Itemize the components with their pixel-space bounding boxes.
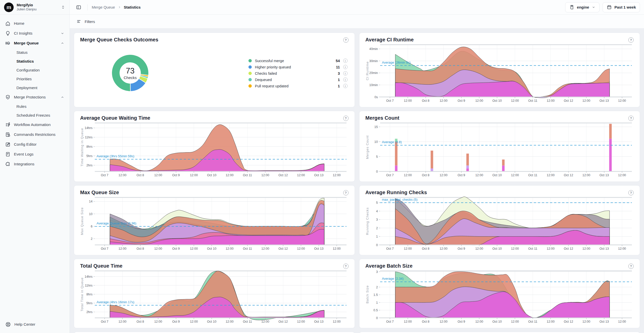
sidebar-toggle-button[interactable] bbox=[74, 3, 83, 12]
legend-item-dequeued[interactable]: Dequeued 1 i bbox=[248, 78, 348, 82]
sidebar-item-deployment[interactable]: Deployment bbox=[3, 84, 67, 92]
help-icon[interactable]: ? bbox=[628, 37, 634, 43]
svg-text:12:00: 12:00 bbox=[618, 99, 626, 103]
svg-text:Oct 9: Oct 9 bbox=[457, 247, 465, 250]
info-icon[interactable]: i bbox=[343, 78, 348, 82]
svg-text:12:00: 12:00 bbox=[404, 247, 411, 250]
org-switcher[interactable]: m Mergifyio Julien Danjou bbox=[0, 0, 70, 15]
help-icon[interactable]: ? bbox=[628, 190, 634, 195]
svg-text:12:00: 12:00 bbox=[119, 320, 126, 323]
sidebar-item-config-editor[interactable]: Config Editor bbox=[3, 140, 67, 149]
sidebar: m Mergifyio Julien Danjou HomeCI Insight… bbox=[0, 0, 70, 333]
checks-outcomes-donut[interactable]: 73Checks bbox=[109, 52, 151, 95]
legend-label: Dequeued bbox=[255, 78, 272, 82]
svg-text:Running Checks: Running Checks bbox=[365, 207, 369, 235]
max-queue-size-chart[interactable]: Average Queue Size (5.96)Oct 712:00Oct 8… bbox=[80, 195, 349, 252]
sidebar-item-integrations[interactable]: Integrations bbox=[3, 159, 67, 169]
svg-text:12:00: 12:00 bbox=[404, 320, 411, 323]
svg-text:12:00: 12:00 bbox=[618, 173, 626, 177]
svg-text:2hrs: 2hrs bbox=[86, 164, 93, 167]
svg-text:Oct 8: Oct 8 bbox=[422, 247, 429, 250]
svg-text:12:00: 12:00 bbox=[297, 247, 305, 250]
svg-text:3: 3 bbox=[376, 270, 378, 274]
svg-text:Batch Size: Batch Size bbox=[365, 285, 369, 303]
svg-text:11hrs: 11hrs bbox=[85, 136, 93, 139]
sidebar-item-workflow-automation[interactable]: Workflow Automation bbox=[3, 120, 67, 130]
sidebar-item-label: Workflow Automation bbox=[14, 122, 51, 127]
svg-text:12:00: 12:00 bbox=[261, 320, 269, 323]
help-center-button[interactable]: Help Center bbox=[0, 317, 70, 333]
svg-text:14hrs: 14hrs bbox=[85, 126, 93, 130]
card-title: Average Queue Waiting Time bbox=[80, 115, 150, 121]
svg-text:40min: 40min bbox=[369, 47, 378, 51]
svg-text:Oct 7: Oct 7 bbox=[386, 173, 394, 177]
filters-button[interactable]: Filters bbox=[85, 19, 95, 24]
svg-text:Oct 8: Oct 8 bbox=[422, 173, 429, 177]
legend-item-successful-merge[interactable]: Successful merge 54 i bbox=[248, 59, 348, 63]
info-icon[interactable]: i bbox=[343, 65, 348, 69]
average-ci-runtime-chart[interactable]: Average (26min 9s)Oct 712:00Oct 812:00Oc… bbox=[365, 43, 634, 104]
chevron-up-icon bbox=[60, 41, 64, 45]
breadcrumb-parent[interactable]: Merge Queue bbox=[92, 5, 115, 9]
svg-text:0: 0 bbox=[376, 243, 378, 247]
average-batch-size-chart[interactable]: Average (2.34)Oct 712:00Oct 812:00Oct 91… bbox=[365, 269, 634, 325]
sidebar-item-event-logs[interactable]: Event Logs bbox=[3, 149, 67, 159]
svg-text:20min: 20min bbox=[369, 71, 378, 75]
sidebar-item-merge-protections[interactable]: Merge Protections bbox=[3, 92, 67, 102]
sidebar-item-statistics[interactable]: Statistics bbox=[3, 57, 67, 66]
sidebar-item-priorities[interactable]: Priorities bbox=[3, 75, 67, 83]
svg-text:CI Runtime: CI Runtime bbox=[365, 61, 369, 80]
average-running-checks-chart[interactable]: max_parallel_checks (5)Oct 712:00Oct 812… bbox=[365, 195, 634, 252]
queue-icon: m bbox=[5, 40, 11, 46]
chevron-up-icon bbox=[60, 95, 64, 99]
svg-text:Total Time in Queue: Total Time in Queue bbox=[80, 277, 84, 312]
donut-legend: Successful merge 54 i Higher priority qu… bbox=[248, 59, 348, 88]
svg-text:12:00: 12:00 bbox=[618, 247, 626, 250]
sidebar-item-commands-restrictions[interactable]: Commands Restrictions bbox=[3, 130, 67, 139]
card-title: Merges Count bbox=[365, 115, 400, 121]
svg-text:Merges Count: Merges Count bbox=[365, 135, 369, 159]
repository-selector[interactable]: engine bbox=[565, 2, 600, 12]
merges-count-chart[interactable]: Average (8.8)Oct 712:00Oct 812:00Oct 912… bbox=[365, 121, 634, 178]
svg-text:Oct 10: Oct 10 bbox=[492, 320, 502, 323]
chevron-right-icon bbox=[118, 5, 121, 9]
help-icon[interactable]: ? bbox=[343, 37, 349, 43]
sidebar-item-label: Integrations bbox=[14, 162, 34, 166]
sidebar-item-scheduled-freezes[interactable]: Scheduled Freezes bbox=[3, 111, 67, 120]
help-icon[interactable]: ? bbox=[343, 116, 349, 121]
help-icon[interactable]: ? bbox=[628, 264, 634, 269]
svg-text:12:00: 12:00 bbox=[333, 247, 341, 250]
org-switcher-selector-icon[interactable] bbox=[61, 5, 65, 10]
total-queue-time-chart[interactable]: Average (4hrs 16min 17s)Oct 712:00Oct 81… bbox=[80, 269, 349, 325]
svg-text:Average (4hrs 16min 17s): Average (4hrs 16min 17s) bbox=[97, 300, 134, 304]
sidebar-item-home[interactable]: Home bbox=[3, 19, 67, 28]
average-queue-waiting-time-chart[interactable]: Average (3hrs 55min 59s)Oct 712:00Oct 81… bbox=[80, 121, 349, 178]
info-icon[interactable]: i bbox=[343, 71, 348, 75]
svg-text:2: 2 bbox=[91, 237, 93, 241]
legend-item-checks-failed[interactable]: Checks failed 3 i bbox=[248, 71, 348, 75]
org-user: Julien Danjou bbox=[17, 7, 37, 11]
svg-text:12:00: 12:00 bbox=[119, 173, 126, 177]
svg-text:12:00: 12:00 bbox=[475, 173, 483, 177]
sidebar-item-label: Statistics bbox=[16, 59, 34, 64]
sidebar-item-merge-queue[interactable]: mMerge Queue bbox=[3, 38, 67, 48]
svg-text:m: m bbox=[8, 42, 9, 44]
legend-item-higher-priority-queued[interactable]: Higher priority queued 11 i bbox=[248, 65, 348, 69]
sidebar-item-label: Home bbox=[14, 21, 24, 26]
sidebar-item-status[interactable]: Status bbox=[3, 48, 67, 57]
sidebar-item-configuration[interactable]: Configuration bbox=[3, 66, 67, 74]
time-range-button[interactable]: Past 1 week bbox=[603, 2, 640, 12]
svg-text:Oct 12: Oct 12 bbox=[564, 99, 573, 103]
sidebar-item-rules[interactable]: Rules bbox=[3, 102, 67, 111]
help-icon[interactable]: ? bbox=[343, 190, 349, 195]
legend-item-pull-request-updated[interactable]: Pull request updated 1 i bbox=[248, 84, 348, 88]
info-icon[interactable]: i bbox=[343, 59, 348, 63]
svg-text:12:00: 12:00 bbox=[618, 320, 626, 323]
repository-selector-label: engine bbox=[577, 5, 589, 9]
info-icon[interactable]: i bbox=[343, 84, 348, 88]
filters-bar: Filters bbox=[70, 15, 644, 29]
help-icon[interactable]: ? bbox=[343, 264, 349, 269]
sidebar-item-ci-insights[interactable]: CI Insights bbox=[3, 29, 67, 38]
svg-text:12:00: 12:00 bbox=[440, 173, 447, 177]
help-icon[interactable]: ? bbox=[628, 116, 634, 121]
